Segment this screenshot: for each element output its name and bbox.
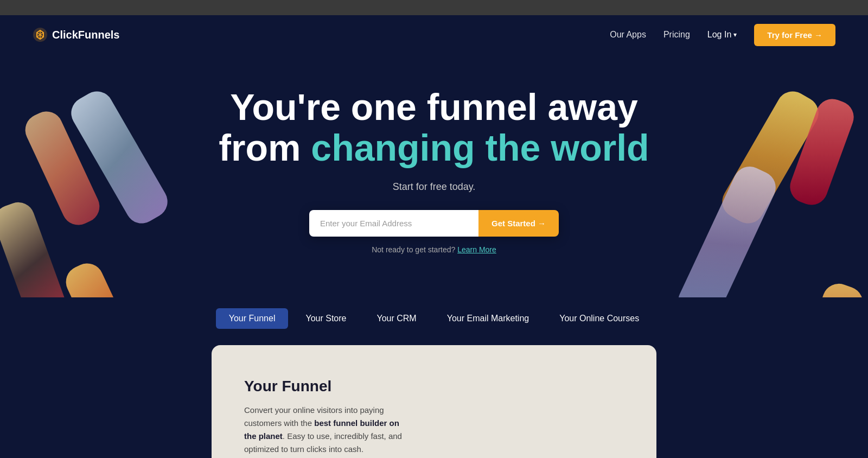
tabs-section: Your Funnel Your Store Your CRM Your Ema… [0,297,868,345]
get-started-button[interactable]: Get Started → [478,210,559,237]
hero-section: You're one funnel away from changing the… [0,54,868,297]
nav-our-apps[interactable]: Our Apps [610,30,646,40]
shape-bottom-left [61,258,145,297]
headline-highlight: changing the world [311,127,649,168]
chevron-down-icon: ▾ [733,31,737,39]
hero-subtitle: Start for free today. [11,181,857,193]
learn-more-link[interactable]: Learn More [457,245,496,254]
tab-your-email-marketing[interactable]: Your Email Marketing [434,308,542,329]
shape-top-right-1 [716,85,824,229]
card-title: Your Funnel [244,378,624,395]
navbar-try-free-button[interactable]: Try for Free → [754,24,835,46]
shape-top-left-1 [65,85,173,229]
nav-login[interactable]: Log In ▾ [707,30,737,40]
nav-links: Our Apps Pricing Log In ▾ Try for Free → [610,24,835,46]
logo-icon [33,27,48,42]
browser-bar [0,0,868,15]
shape-bottom-right [784,279,867,297]
email-form: Get Started → [309,210,559,237]
headline-line1: You're one funnel away [230,86,638,128]
logo-text: ClickFunnels [52,29,119,41]
nav-pricing[interactable]: Pricing [663,30,690,40]
email-input[interactable] [309,210,478,237]
not-ready-text: Not ready to get started? Learn More [11,245,857,254]
tab-your-crm[interactable]: Your CRM [363,308,429,329]
tab-your-store[interactable]: Your Store [292,308,359,329]
hero-headline: You're one funnel away from changing the… [212,87,656,168]
tab-your-online-courses[interactable]: Your Online Courses [546,308,652,329]
navbar: ClickFunnels Our Apps Pricing Log In ▾ T… [0,15,868,54]
logo[interactable]: ClickFunnels [33,27,119,42]
card-description: Convert your online visitors into paying… [244,404,407,456]
shape-top-left-2 [20,106,105,231]
headline-line2-plain: from [219,127,311,168]
content-card: Your Funnel Convert your online visitors… [212,345,656,458]
tab-your-funnel[interactable]: Your Funnel [216,308,289,329]
